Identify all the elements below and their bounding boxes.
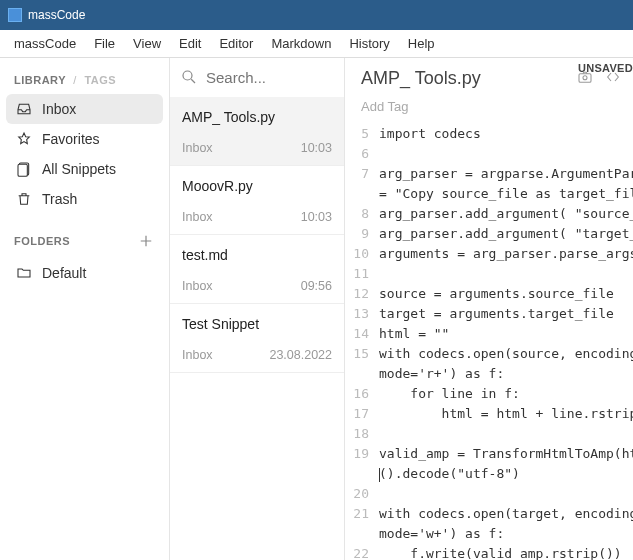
sidebar: LIBRARY / TAGS Inbox Favorites All Snipp… (0, 58, 170, 560)
line-number: 11 (351, 264, 379, 284)
section-library-tags: LIBRARY / TAGS (6, 68, 163, 90)
snippet-item[interactable]: AMP_ Tools.py Inbox10:03 (170, 97, 344, 166)
sidebar-item-all-snippets[interactable]: All Snippets (6, 154, 163, 184)
code-line[interactable]: mode='r+') as f: (351, 364, 633, 384)
line-number: 15 (351, 344, 379, 364)
tags-label[interactable]: TAGS (84, 74, 116, 86)
folder-item-default[interactable]: Default (6, 258, 163, 288)
code-text: arg_parser.add_argument( "source_file" ) (379, 204, 633, 224)
app-logo-icon (8, 8, 22, 22)
svg-point-4 (583, 76, 587, 80)
line-number: 20 (351, 484, 379, 504)
code-line[interactable]: 19valid_amp = TransformHtmlToAmp(html) (351, 444, 633, 464)
snippet-item[interactable]: Test Snippet Inbox23.08.2022 (170, 304, 344, 373)
snippet-item[interactable]: MooovR.py Inbox10:03 (170, 166, 344, 235)
search-icon (180, 68, 198, 86)
folder-item-label: Default (42, 265, 86, 281)
sidebar-item-trash[interactable]: Trash (6, 184, 163, 214)
section-folders: FOLDERS (6, 226, 163, 254)
menu-edit[interactable]: Edit (171, 32, 209, 55)
line-number: 19 (351, 444, 379, 464)
add-folder-button[interactable] (137, 232, 155, 250)
titlebar: massCode (0, 0, 633, 30)
code-text: mode='w+') as f: (379, 524, 504, 544)
line-number (351, 184, 379, 204)
code-text: source = arguments.source_file (379, 284, 614, 304)
snippet-time: 10:03 (301, 210, 332, 224)
code-editor[interactable]: 5import codecs67arg_parser = argparse.Ar… (345, 124, 633, 560)
library-label[interactable]: LIBRARY (14, 74, 66, 86)
code-line[interactable]: 17 html = html + line.rstrip() (351, 404, 633, 424)
code-line[interactable]: 6 (351, 144, 633, 164)
menu-help[interactable]: Help (400, 32, 443, 55)
code-line[interactable]: 11 (351, 264, 633, 284)
code-text: html = "" (379, 324, 449, 344)
editor-title[interactable]: AMP_ Tools.py (361, 68, 569, 89)
code-text: arguments = arg_parser.parse_args() (379, 244, 633, 264)
sidebar-item-label: Favorites (42, 131, 100, 147)
line-number (351, 524, 379, 544)
code-line[interactable]: 21with codecs.open(target, encoding='utf… (351, 504, 633, 524)
snippet-folder: Inbox (182, 210, 213, 224)
code-line[interactable]: 22 f.write(valid_amp.rstrip()) (351, 544, 633, 560)
code-text: for line in f: (379, 384, 520, 404)
line-number: 21 (351, 504, 379, 524)
sidebar-item-favorites[interactable]: Favorites (6, 124, 163, 154)
folder-icon (16, 265, 32, 281)
menu-markdown[interactable]: Markdown (263, 32, 339, 55)
line-number: 9 (351, 224, 379, 244)
code-line[interactable]: 20 (351, 484, 633, 504)
menu-masscode[interactable]: massCode (6, 32, 84, 55)
snippet-folder: Inbox (182, 141, 213, 155)
searchbar (170, 58, 344, 97)
line-number: 6 (351, 144, 379, 164)
sidebar-item-label: Trash (42, 191, 77, 207)
snippets-icon (16, 161, 32, 177)
code-line[interactable]: 18 (351, 424, 633, 444)
code-line[interactable]: 15with codecs.open(source, encoding='utf… (351, 344, 633, 364)
line-number: 18 (351, 424, 379, 444)
folder-list: Default (6, 258, 163, 288)
line-number: 7 (351, 164, 379, 184)
menu-editor[interactable]: Editor (211, 32, 261, 55)
snippet-title: test.md (182, 247, 332, 263)
line-number: 5 (351, 124, 379, 144)
line-number: 12 (351, 284, 379, 304)
code-line[interactable]: 12source = arguments.source_file (351, 284, 633, 304)
menu-history[interactable]: History (341, 32, 397, 55)
inbox-icon (16, 101, 32, 117)
code-line[interactable]: = "Copy source_file as target_file." ) (351, 184, 633, 204)
code-text: with codecs.open(target, encoding='utf-8… (379, 504, 633, 524)
line-number: 22 (351, 544, 379, 560)
code-text: arg_parser = argparse.ArgumentParser( de… (379, 164, 633, 184)
sidebar-item-inbox[interactable]: Inbox (6, 94, 163, 124)
code-text: with codecs.open(source, encoding='utf-8… (379, 344, 633, 364)
snippet-list: AMP_ Tools.py Inbox10:03 MooovR.py Inbox… (170, 97, 344, 373)
code-line[interactable]: mode='w+') as f: (351, 524, 633, 544)
add-tag-input[interactable]: Add Tag (345, 95, 633, 124)
code-text: import codecs (379, 124, 481, 144)
code-line[interactable]: 8arg_parser.add_argument( "source_file" … (351, 204, 633, 224)
code-line[interactable]: 5import codecs (351, 124, 633, 144)
trash-icon (16, 191, 32, 207)
code-line[interactable]: 14html = "" (351, 324, 633, 344)
code-line[interactable]: 7arg_parser = argparse.ArgumentParser( d… (351, 164, 633, 184)
code-line[interactable]: 13target = arguments.target_file (351, 304, 633, 324)
menu-view[interactable]: View (125, 32, 169, 55)
line-number: 8 (351, 204, 379, 224)
code-text: html = html + line.rstrip() (379, 404, 633, 424)
snippet-title: MooovR.py (182, 178, 332, 194)
code-text: f.write(valid_amp.rstrip()) (379, 544, 622, 560)
snippet-time: 09:56 (301, 279, 332, 293)
menubar: massCode File View Edit Editor Markdown … (0, 30, 633, 58)
star-icon (16, 131, 32, 147)
code-line[interactable]: ().decode("utf-8") (351, 464, 633, 484)
snippet-item[interactable]: test.md Inbox09:56 (170, 235, 344, 304)
code-line[interactable]: 16 for line in f: (351, 384, 633, 404)
menu-file[interactable]: File (86, 32, 123, 55)
code-line[interactable]: 10arguments = arg_parser.parse_args() (351, 244, 633, 264)
line-number (351, 464, 379, 484)
code-line[interactable]: 9arg_parser.add_argument( "target_file" … (351, 224, 633, 244)
snippet-column: AMP_ Tools.py Inbox10:03 MooovR.py Inbox… (170, 58, 345, 560)
snippet-folder: Inbox (182, 348, 213, 362)
